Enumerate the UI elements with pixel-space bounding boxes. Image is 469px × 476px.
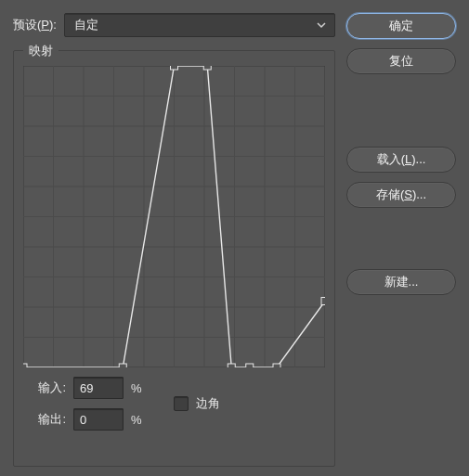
right-button-column: 确定 复位 载入(L)... 存储(S)... 新建... <box>346 13 456 467</box>
preset-value: 自定 <box>74 17 98 33</box>
checkbox-box-icon <box>174 396 189 411</box>
input-label: 输入: <box>29 380 66 396</box>
input-percent: % <box>131 381 142 395</box>
output-value[interactable] <box>73 408 124 431</box>
chevron-down-icon <box>316 19 327 31</box>
spacer <box>346 217 456 260</box>
reset-button[interactable]: 复位 <box>346 48 456 74</box>
mapping-fieldset: 映射 输入: % 输出: % <box>13 50 335 467</box>
curve-editor[interactable] <box>23 66 325 367</box>
svg-rect-26 <box>321 298 325 305</box>
load-button[interactable]: 载入(L)... <box>346 147 456 173</box>
svg-rect-23 <box>228 364 235 367</box>
input-value[interactable] <box>73 377 124 399</box>
output-row: 输出: % <box>29 408 142 431</box>
svg-rect-20 <box>119 364 126 367</box>
save-button[interactable]: 存储(S)... <box>346 182 456 208</box>
dialog-root: 预设(P): 自定 映射 输入: % <box>0 0 469 476</box>
svg-rect-24 <box>246 364 254 367</box>
svg-rect-19 <box>23 364 27 367</box>
corner-checkbox[interactable]: 边角 <box>174 395 220 412</box>
new-button[interactable]: 新建... <box>346 269 456 295</box>
svg-rect-25 <box>273 364 280 367</box>
preset-select[interactable]: 自定 <box>64 13 335 37</box>
spacer <box>346 84 456 137</box>
mapping-legend: 映射 <box>23 43 59 59</box>
curve-canvas <box>23 66 325 367</box>
ok-button[interactable]: 确定 <box>346 13 456 39</box>
output-label: 输出: <box>29 411 66 428</box>
input-row: 输入: % <box>29 377 142 399</box>
output-percent: % <box>131 413 142 427</box>
preset-label: 预设(P): <box>13 17 57 33</box>
svg-rect-21 <box>171 66 178 70</box>
corner-label: 边角 <box>196 395 220 412</box>
left-pane: 预设(P): 自定 映射 输入: % <box>13 13 335 467</box>
svg-rect-22 <box>203 66 211 70</box>
preset-row: 预设(P): 自定 <box>13 13 335 37</box>
io-panel: 输入: % 输出: % 边角 <box>23 377 325 434</box>
